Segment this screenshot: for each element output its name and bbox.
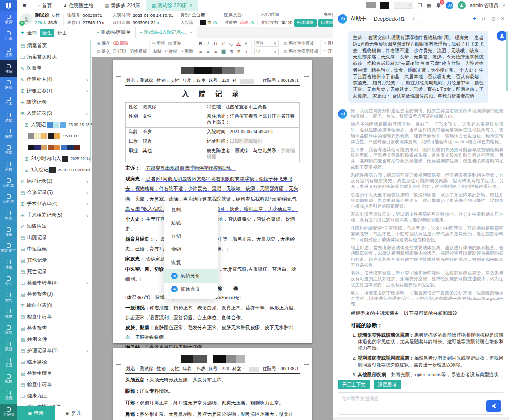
patient-detail-button[interactable]: 患者详情 (294, 19, 317, 27)
new-chat-icon[interactable]: + (473, 16, 476, 22)
chevron-icon[interactable]: ∨ (86, 349, 89, 353)
sidebar-item[interactable]: 材料库 (0, 175, 17, 191)
sidebar-item[interactable]: 公卫 (0, 355, 17, 371)
topbar-select[interactable]: ∨ (394, 2, 413, 9)
filter-nurse[interactable]: 护士 (57, 30, 67, 36)
sidebar-item[interactable]: 物资 (0, 208, 17, 224)
toolbar-button[interactable]: ⌫删除 (113, 40, 129, 47)
close-icon[interactable]: × (501, 16, 504, 22)
font-size-select[interactable]: 12∨ (254, 48, 279, 55)
tree-item[interactable]: ▤ 检查报告 (17, 323, 92, 334)
toolbar-button[interactable]: ▤另存为小模板 (284, 40, 314, 47)
menu-icon[interactable]: ≡ (23, 2, 26, 9)
format-button[interactable]: ∨ (244, 41, 248, 46)
toolbar-button[interactable]: ▣保存 (97, 40, 110, 47)
chevron-icon[interactable]: ∨ (86, 179, 89, 184)
tree-item[interactable]: ✎ 医嘱单 (17, 63, 92, 74)
top-tab[interactable]: ♟ 住院医生站 (57, 0, 99, 11)
sidebar-item[interactable]: 药房 (0, 158, 17, 175)
settings-icon[interactable]: ⊙ (491, 16, 496, 22)
sidebar-item[interactable]: 收费 (0, 11, 17, 28)
sidebar-item[interactable]: 输血 (0, 322, 17, 339)
sidebar-item[interactable]: 医技 (0, 126, 17, 142)
filter-doctor[interactable]: 医生 (40, 29, 54, 37)
context-menu-item[interactable]: 粘贴 (164, 217, 218, 230)
toolbar-button[interactable]: ▤复制 (168, 40, 181, 47)
chevron-icon[interactable]: ∨ (86, 281, 89, 285)
sidebar-item[interactable]: 手术 (0, 93, 17, 110)
chevron-icon[interactable]: ∧ (86, 112, 89, 116)
sidebar-item[interactable]: 质控 (0, 109, 17, 126)
tree-item[interactable]: ✐ 知情告知 (17, 221, 92, 232)
tree-item[interactable]: ⊞ 24小时内出入 2025-02-14 10 (17, 153, 92, 164)
datetime-field-placeholder[interactable]: 日期时间编辑框 (230, 138, 263, 144)
document-page-2[interactable]: 姓名：测试徐性别：女性年龄：35岁床号：220科室：住院号：00013871 头… (113, 348, 312, 420)
format-button[interactable]: A (236, 41, 241, 46)
context-menu-item[interactable]: 撤销 (164, 243, 218, 256)
close-icon[interactable]: × (190, 3, 193, 8)
sidebar-item[interactable]: 体检 (0, 257, 17, 273)
format-button[interactable]: B (198, 41, 203, 46)
toolbar-button[interactable]: ▤另存为病历模板 (284, 48, 319, 55)
format-button[interactable]: x₂ (229, 41, 233, 46)
close-icon[interactable]: × (190, 30, 192, 35)
tree-item[interactable]: ▤ 健康九江 (17, 390, 92, 402)
format-button[interactable]: U (213, 41, 218, 46)
sidebar-item[interactable]: 配置 (0, 371, 17, 388)
tree-item[interactable]: ⊞ 随访记录 (17, 97, 92, 108)
format-button[interactable]: ⊞ (229, 49, 234, 54)
sidebar-item[interactable]: 院感 (0, 338, 17, 355)
chevron-icon[interactable]: ∨ (86, 78, 89, 82)
top-tab[interactable]: ▤ 黄多多 224床 (99, 0, 146, 11)
ai-assistant-icon[interactable]: Ai (446, 2, 453, 9)
tree-item[interactable]: ▤ 护理记录单(1) ∨ (17, 345, 92, 356)
history-icon[interactable]: ↺ (481, 16, 486, 22)
ai-panel-scrollbar[interactable] (506, 31, 508, 91)
tree-item[interactable]: ▤ 临床路径 (17, 356, 92, 368)
editor-tab[interactable]: • 测试徐-1入院记录-... × (136, 27, 197, 38)
baby-tab-button[interactable]: ▣婴儿 (55, 406, 92, 420)
ai-conversation[interactable]: 主诉： 右眼突然出现眼前漂浮物伴视物模糊1周。 现病史： 患者诉1周前无明显诱因… (333, 26, 509, 377)
sidebar-item[interactable]: 预约 (0, 289, 17, 306)
sidebar-item[interactable]: 报表 (0, 44, 17, 60)
sidebar-item[interactable]: 检验 (0, 306, 17, 322)
admin-label[interactable]: admin 管理员 (470, 2, 498, 9)
tree-item[interactable]: ▤ 出院记录 (17, 232, 92, 243)
context-menu-ai-item[interactable]: Ai 病情分析 (164, 269, 218, 283)
ai-message-input[interactable] (338, 393, 504, 414)
send-button[interactable] (486, 400, 501, 412)
tree-item[interactable]: ⊞ 1入院记 25-02-28 15:08:43 (17, 164, 92, 176)
apps-grid-icon[interactable]: ▦ (427, 2, 431, 8)
tree-item[interactable] (17, 142, 92, 153)
sidebar-item[interactable]: 住院 (0, 60, 17, 77)
tree-item[interactable]: ▤ 检验报告(0) (17, 289, 92, 300)
tree-item[interactable]: ▤ 检验申请单(9) ∨ (17, 277, 92, 289)
tree-item[interactable]: ▤ 病案首页附页 (17, 51, 92, 63)
tree-item[interactable]: ▤ 中医症候 (17, 243, 92, 255)
toolbar-button[interactable]: ✂剪切 (152, 40, 165, 47)
deep-think-button[interactable]: 深度思考 (374, 380, 401, 389)
model-select[interactable]: DeepSeek-R1∨ (370, 14, 419, 24)
sidebar-item[interactable]: 系统 (0, 388, 17, 404)
add-record-icon[interactable]: + (21, 30, 24, 36)
chevron-icon[interactable]: ∨ (86, 191, 89, 195)
tree-item[interactable]: ▤ 检查申请单 (17, 379, 92, 390)
tree-item[interactable]: ▤ 会诊记录(5) ∨ (17, 187, 92, 198)
tree-item[interactable]: ✎ 住院处方(4) ∨ (17, 74, 92, 85)
format-button[interactable]: ≡ (206, 49, 211, 54)
format-button[interactable]: ▦ (221, 49, 226, 54)
format-button[interactable]: ⊞ (237, 49, 241, 54)
toolbar-button[interactable]: ↷重做 (180, 48, 193, 55)
sidebar-item[interactable]: 设备 (0, 224, 17, 240)
context-menu-item[interactable]: 恢复 (164, 256, 218, 269)
filter-all[interactable]: 全部 (27, 30, 37, 36)
font-family-select[interactable]: 宋体∨ (254, 40, 279, 47)
chevron-icon[interactable]: ∨ (86, 202, 89, 206)
sidebar-item[interactable]: 门诊 (0, 28, 17, 44)
toolbar-button[interactable]: 粘贴 (152, 48, 162, 55)
format-button[interactable]: ≡ (198, 49, 203, 54)
enable-context-button[interactable]: 开启上下文 (338, 380, 370, 389)
fullscreen-icon[interactable]: ❐ (418, 2, 422, 8)
format-button[interactable]: ≡ (213, 49, 218, 54)
top-tab[interactable]: ▤ 测试徐 220床 × (146, 0, 198, 11)
